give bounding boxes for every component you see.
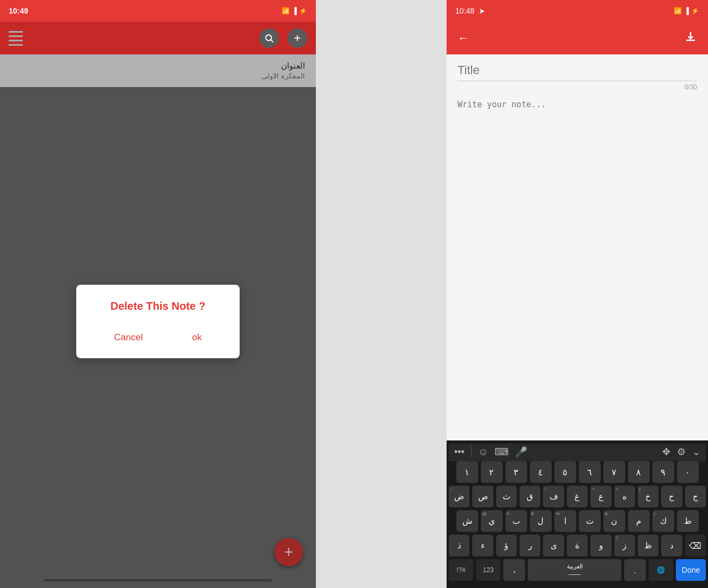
svg-point-0	[266, 35, 272, 41]
keyboard-toolbar-right: ✥ ⚙ ⌄	[662, 446, 700, 458]
more-icon[interactable]: •••	[454, 446, 465, 458]
status-icons-left: 📶 ▐ ⚡	[282, 7, 307, 15]
keyboard-toolbar: ••• ☺ ⌨ 🎤 ✥ ⚙ ⌄	[449, 444, 706, 461]
back-button[interactable]: ←	[457, 31, 469, 45]
key-qaf[interactable]: ق	[520, 486, 540, 507]
key-4[interactable]: ٤	[530, 461, 552, 483]
cancel-button[interactable]: Cancel	[103, 328, 154, 347]
title-input[interactable]	[457, 63, 697, 81]
toolbar-right: ←	[447, 22, 708, 54]
emoji-icon[interactable]: ☺	[478, 446, 488, 458]
key-thal[interactable]: ذ	[449, 535, 469, 556]
backspace-key[interactable]: ⌫	[685, 535, 706, 556]
key-sheen[interactable]: ;ش	[456, 510, 478, 532]
number-row: ١ ٢ ٣ ٤ ٥ ٦ ٧ ٨ ٩ ٠	[449, 461, 706, 483]
key-alef[interactable]: %ا	[554, 510, 576, 532]
delete-dialog: Delete This Note ? Cancel ok	[76, 285, 240, 358]
arabic-row-3: ذ ء ؤ ر ى ة و ?ز ظ د ⌫	[449, 535, 706, 556]
time-location-group: 10:48 ➤	[455, 7, 485, 15]
key-dad[interactable]: ~ض	[449, 486, 469, 507]
key-0[interactable]: ٠	[677, 461, 699, 483]
globe-key[interactable]: 🌐	[649, 559, 673, 581]
comma-key[interactable]: ،	[503, 559, 525, 581]
key-zay[interactable]: ?ز	[614, 535, 635, 556]
svg-line-1	[271, 40, 273, 42]
done-key[interactable]: Done	[676, 559, 706, 581]
keyboard-toolbar-left: ••• ☺ ⌨ 🎤	[454, 446, 527, 458]
status-bar-right: 10:48 ➤ 📶 ▐ ⚡	[447, 0, 708, 22]
key-kha[interactable]: [خ	[638, 486, 658, 507]
key-hamza[interactable]: ء	[472, 535, 493, 556]
menu-button[interactable]	[9, 31, 23, 46]
key-waw-hamza[interactable]: ؤ	[496, 535, 517, 556]
move-icon[interactable]: ✥	[662, 446, 670, 458]
dialog-buttons: Cancel ok	[89, 328, 227, 347]
time-left: 10:49	[9, 7, 28, 15]
key-ba[interactable]: #ب	[505, 510, 527, 532]
location-icon: ➤	[479, 7, 485, 15]
key-alef-maqsura[interactable]: ى	[543, 535, 564, 556]
collapse-icon[interactable]: ⌄	[692, 446, 700, 458]
toolbar-divider	[471, 446, 472, 457]
note-editor: 0/30	[447, 54, 708, 440]
numbers-key[interactable]: 123	[476, 559, 501, 581]
wifi-icon-right: 📶	[674, 7, 682, 15]
period-key[interactable]: .	[624, 559, 646, 581]
key-kaf[interactable]: (ك	[652, 510, 674, 532]
ok-button[interactable]: ok	[181, 328, 213, 347]
save-button[interactable]	[684, 30, 697, 46]
status-bar-left: 10:49 📶 ▐ ⚡	[0, 0, 316, 22]
wifi-icon: 📶	[282, 7, 290, 15]
toolbar-right-icons	[259, 28, 307, 48]
key-3[interactable]: ٣	[505, 461, 527, 483]
key-zha[interactable]: ظ	[638, 535, 658, 556]
note-body-input[interactable]	[457, 100, 697, 432]
key-6[interactable]: ٦	[579, 461, 601, 483]
search-button[interactable]	[259, 28, 279, 48]
key-7[interactable]: ٧	[603, 461, 625, 483]
key-9[interactable]: ٩	[652, 461, 674, 483]
key-dal[interactable]: د	[661, 535, 682, 556]
add-note-button[interactable]	[288, 28, 307, 48]
key-hha[interactable]: ح	[661, 486, 682, 507]
key-ya[interactable]: @ي	[481, 510, 503, 532]
key-ghain[interactable]: غ	[567, 486, 588, 507]
left-phone: 10:49 📶 ▐ ⚡ العنوان ا	[0, 0, 316, 588]
key-1[interactable]: ١	[456, 461, 478, 483]
key-lam[interactable]: $ل	[530, 510, 552, 532]
key-8[interactable]: ٨	[628, 461, 650, 483]
mic-icon[interactable]: 🎤	[515, 446, 527, 458]
bottom-row: !?# 123 ، العربية —— . 🌐 Done	[449, 559, 706, 581]
key-tah[interactable]: ط	[677, 510, 699, 532]
key-ta-marbuta[interactable]: ة	[567, 535, 588, 556]
time-right: 10:48	[455, 7, 474, 15]
status-icons-right: 📶 ▐ ⚡	[674, 7, 699, 15]
key-meem[interactable]: م	[628, 510, 650, 532]
space-key[interactable]: العربية ——	[528, 559, 621, 581]
right-phone: 10:48 ➤ 📶 ▐ ⚡ ← 0/30 ••• ☺ ⌨	[447, 0, 708, 588]
dialog-overlay: Delete This Note ? Cancel ok	[0, 54, 316, 588]
arabic-keyboard: ••• ☺ ⌨ 🎤 ✥ ⚙ ⌄ ١ ٢ ٣ ٤ ٥ ٦ ٧ ٨ ٩ ٠	[447, 440, 708, 588]
key-jeem[interactable]: ج	[685, 486, 706, 507]
arabic-row-1: ~ض ص ث ق /ف غ >ع <ه [خ ح ج	[449, 486, 706, 507]
signal-icon-right: ▐	[684, 7, 689, 15]
key-ha[interactable]: <ه	[614, 486, 635, 507]
note-list-background: العنوان المفكرة الاولى Delete This Note …	[0, 54, 316, 588]
key-ta[interactable]: ت	[579, 510, 601, 532]
key-2[interactable]: ٢	[481, 461, 503, 483]
key-tha[interactable]: ث	[496, 486, 517, 507]
symbols-key[interactable]: !?#	[449, 559, 473, 581]
battery-icon: ⚡	[299, 7, 307, 15]
key-ra[interactable]: ر	[520, 535, 540, 556]
dialog-title: Delete This Note ?	[89, 300, 227, 313]
battery-icon-right: ⚡	[691, 7, 699, 15]
arabic-row-2: ;ش @ي #ب $ل %ا ت &ن م (ك ط	[449, 510, 706, 532]
key-ain[interactable]: >ع	[590, 486, 611, 507]
settings-icon[interactable]: ⚙	[677, 446, 686, 458]
key-5[interactable]: ٥	[554, 461, 576, 483]
key-fa[interactable]: /ف	[543, 486, 564, 507]
keyboard-icon[interactable]: ⌨	[495, 446, 509, 458]
key-noon[interactable]: &ن	[603, 510, 625, 532]
key-waw[interactable]: و	[590, 535, 611, 556]
key-sad[interactable]: ص	[472, 486, 493, 507]
